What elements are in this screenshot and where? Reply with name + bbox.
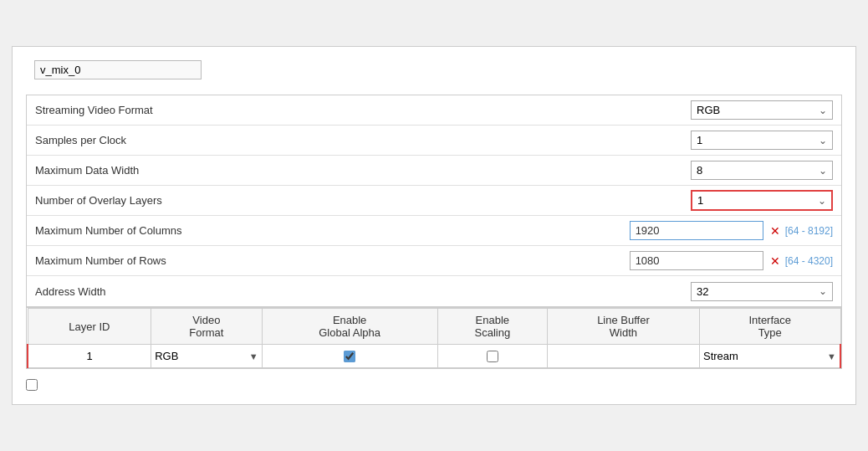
th-layer-id: Layer ID xyxy=(28,309,151,345)
dropdown-value-maximum-data-width: 8 xyxy=(697,164,702,177)
form-control-maximum-number-of-rows: ✕[64 - 4320] xyxy=(630,251,833,270)
cell-layer-id: 1 xyxy=(28,345,151,368)
form-row-maximum-number-of-rows: Maximum Number of Rows✕[64 - 4320] xyxy=(27,246,841,276)
dropdown-arrow-streaming-video-format: ⌄ xyxy=(819,105,827,116)
form-row-maximum-number-of-columns: Maximum Number of Columns✕[64 - 8192] xyxy=(27,216,841,246)
th-line-buffer-width: Line BufferWidth xyxy=(547,309,699,345)
dropdown-arrow-address-width: ⌄ xyxy=(819,285,827,297)
form-control-samples-per-clock: 1⌄ xyxy=(691,131,833,150)
form-label-maximum-number-of-rows: Maximum Number of Rows xyxy=(35,254,630,267)
th-video-format: VideoFormat xyxy=(151,309,262,345)
layer-table: Layer ID VideoFormat EnableGlobal Alpha … xyxy=(27,308,841,368)
range-hint-maximum-number-of-rows: [64 - 4320] xyxy=(785,255,833,267)
cell-enable-scaling[interactable] xyxy=(437,345,547,368)
enable-global-alpha-checkbox[interactable] xyxy=(344,351,355,362)
component-name-input[interactable] xyxy=(34,60,202,79)
layer-table-section: Layer ID VideoFormat EnableGlobal Alpha … xyxy=(26,307,842,369)
th-interface-type: InterfaceType xyxy=(699,309,840,345)
video-format-arrow: ▼ xyxy=(249,351,258,361)
form-row-samples-per-clock: Samples per Clock1⌄ xyxy=(27,126,841,156)
form-control-streaming-video-format: RGB⌄ xyxy=(691,100,833,120)
input-maximum-number-of-columns[interactable] xyxy=(630,221,763,240)
dropdown-value-address-width: 32 xyxy=(697,285,708,298)
form-control-address-width: 32⌄ xyxy=(691,282,833,301)
dropdown-value-streaming-video-format: RGB xyxy=(697,104,720,116)
dropdown-number-of-overlay-layers[interactable]: 1⌄ xyxy=(691,190,833,211)
dropdown-streaming-video-format[interactable]: RGB⌄ xyxy=(691,100,833,120)
th-enable-scaling: EnableScaling xyxy=(437,309,547,345)
th-enable-global-alpha: EnableGlobal Alpha xyxy=(262,309,437,345)
form-label-maximum-data-width: Maximum Data Width xyxy=(35,164,691,177)
form-row-maximum-data-width: Maximum Data Width8⌄ xyxy=(27,156,841,186)
enable-logo-layer-checkbox[interactable] xyxy=(26,379,38,391)
table-row: 1RGB▼Stream▼ xyxy=(28,345,840,368)
enable-scaling-checkbox[interactable] xyxy=(487,351,498,362)
clear-btn-maximum-number-of-columns[interactable]: ✕ xyxy=(770,224,780,238)
form-label-streaming-video-format: Streaming Video Format xyxy=(35,104,691,116)
form-label-address-width: Address Width xyxy=(35,285,691,298)
form-label-number-of-overlay-layers: Number of Overlay Layers xyxy=(35,194,691,207)
logo-layer-row xyxy=(26,379,842,391)
interface-type-value: Stream xyxy=(703,350,738,362)
cell-video-format[interactable]: RGB▼ xyxy=(151,345,262,368)
range-hint-maximum-number-of-columns: [64 - 8192] xyxy=(785,225,833,237)
form-control-number-of-overlay-layers: 1⌄ xyxy=(691,190,833,211)
dropdown-arrow-samples-per-clock: ⌄ xyxy=(819,135,827,146)
form-row-address-width: Address Width32⌄ xyxy=(27,276,841,306)
input-maximum-number-of-rows[interactable] xyxy=(630,251,763,270)
form-label-maximum-number-of-columns: Maximum Number of Columns xyxy=(35,224,630,237)
form-control-maximum-number-of-columns: ✕[64 - 8192] xyxy=(630,221,833,240)
dropdown-arrow-maximum-data-width: ⌄ xyxy=(819,165,827,177)
dropdown-value-number-of-overlay-layers: 1 xyxy=(697,194,703,207)
dropdown-samples-per-clock[interactable]: 1⌄ xyxy=(691,131,833,150)
interface-type-arrow: ▼ xyxy=(827,351,836,361)
form-row-number-of-overlay-layers: Number of Overlay Layers1⌄ xyxy=(27,186,841,216)
form-row-streaming-video-format: Streaming Video FormatRGB⌄ xyxy=(27,95,841,126)
table-header-row: Layer ID VideoFormat EnableGlobal Alpha … xyxy=(28,309,840,345)
dropdown-value-samples-per-clock: 1 xyxy=(697,134,702,146)
cell-line-buffer-width xyxy=(547,345,699,368)
dropdown-address-width[interactable]: 32⌄ xyxy=(691,282,833,301)
dropdown-maximum-data-width[interactable]: 8⌄ xyxy=(691,161,833,180)
cell-enable-global-alpha[interactable] xyxy=(262,345,437,368)
form-section: Streaming Video FormatRGB⌄Samples per Cl… xyxy=(26,95,842,307)
dropdown-arrow-number-of-overlay-layers: ⌄ xyxy=(818,195,826,207)
video-format-value: RGB xyxy=(155,350,178,362)
clear-btn-maximum-number-of-rows[interactable]: ✕ xyxy=(770,254,780,268)
form-control-maximum-data-width: 8⌄ xyxy=(691,161,833,180)
cell-interface-type[interactable]: Stream▼ xyxy=(699,345,840,368)
form-label-samples-per-clock: Samples per Clock xyxy=(35,134,691,146)
